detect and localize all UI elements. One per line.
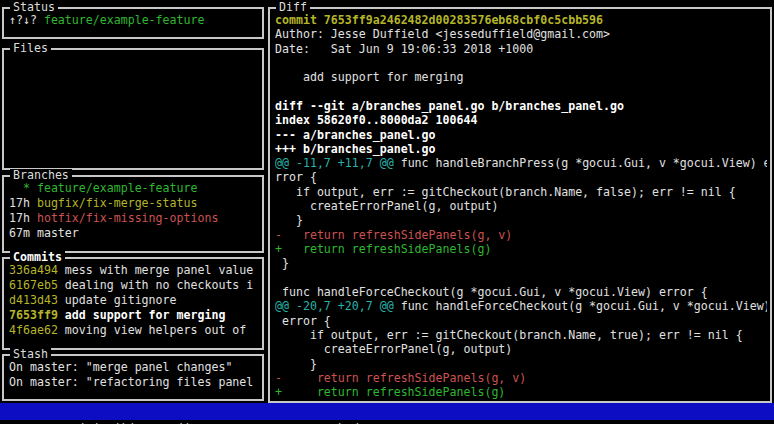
diff-line	[275, 56, 767, 70]
diff-line: createErrorPanel(g, output)	[275, 342, 767, 356]
commit-message: dealing with no checkouts i	[65, 278, 253, 292]
diff-line: diff --git a/branches_panel.go b/branche…	[275, 99, 767, 113]
hunk-context: func handleForceCheckout(g *gocui.Gui, v…	[394, 299, 767, 313]
diff-context: func handleForceCheckout(g *gocui.Gui, v…	[275, 285, 708, 299]
diff-line: add support for merging	[275, 70, 767, 84]
files-panel[interactable]: Files	[2, 48, 264, 170]
branch-item[interactable]: 17h hotfix/fix-missing-options	[9, 211, 259, 226]
status-lines: ↑?↓? feature/example-feature	[9, 13, 259, 28]
status-panel[interactable]: Status ↑?↓? feature/example-feature	[2, 7, 264, 39]
diff-file-header: diff --git a/branches_panel.go b/branche…	[275, 99, 624, 113]
diff-line: createErrorPanel(g, output)	[275, 199, 767, 213]
diff-line: + return refreshSidePanels(g)	[275, 242, 767, 256]
hunk-context: func handleBranchPress(g *gocui.Gui, v *…	[394, 156, 767, 170]
branch-item[interactable]: 67m master	[9, 226, 259, 241]
branch-recency: 67m	[9, 226, 37, 240]
stash-item[interactable]: On master: "merge panel changes"	[9, 360, 259, 375]
commit-message: moving view helpers out of	[65, 323, 246, 337]
diff-added-line: + return refreshSidePanels(g)	[275, 242, 491, 256]
diff-line: index 58620f0..8000da2 100644	[275, 113, 767, 127]
commit-item[interactable]: 6167eb5 dealing with no checkouts i	[9, 278, 259, 293]
commit-item[interactable]: 4f6ae62 moving view helpers out of	[9, 323, 259, 338]
side-panels-column: Status ↑?↓? feature/example-feature File…	[2, 0, 264, 401]
diff-line: + return refreshSidePanels(g)	[275, 385, 767, 399]
commits-panel-title: Commits	[10, 251, 65, 264]
commit-message: update gitignore	[65, 293, 177, 307]
diff-line: @@ -11,7 +11,7 @@ func handleBranchPress…	[275, 156, 767, 170]
current-branch-marker: *	[9, 181, 37, 195]
branches-list: * feature/example-feature17h bugfix/fix-…	[9, 181, 259, 241]
diff-new-file: +++ b/branches_panel.go	[275, 142, 436, 156]
status-line: ↑?↓? feature/example-feature	[9, 13, 259, 28]
commit-hash: 6167eb5	[9, 278, 65, 292]
branch-item[interactable]: * feature/example-feature	[9, 181, 259, 196]
branch-name: feature/example-feature	[37, 181, 198, 195]
commit-header: commit 7653ff9a2462482d00283576eb68cbf0c…	[275, 13, 603, 27]
stash-entry: On master: "merge panel changes"	[9, 360, 232, 374]
branch-name: hotfix/fix-missing-options	[37, 211, 218, 225]
diff-panel[interactable]: Diff commit 7653ff9a2462482d00283576eb68…	[268, 7, 772, 403]
diff-context: }	[275, 213, 303, 227]
current-branch-name: feature/example-feature	[44, 13, 205, 27]
diff-line: if output, err := gitCheckout(branch.Nam…	[275, 328, 767, 342]
commit-subject: add support for merging	[275, 70, 463, 84]
diff-line: Author: Jesse Duffield <jesseduffield@gm…	[275, 27, 767, 41]
commit-message: add support for merging	[65, 308, 226, 322]
diff-context: createErrorPanel(g, output)	[275, 199, 498, 213]
diff-line: }	[275, 256, 767, 270]
diff-index-line: index 58620f0..8000da2 100644	[275, 113, 477, 127]
diff-line: func handleForceCheckout(g *gocui.Gui, v…	[275, 285, 767, 299]
branches-panel-title: Branches	[10, 169, 72, 182]
diff-context: error {	[275, 314, 331, 328]
diff-line: - return refreshSidePanels(g, v)	[275, 228, 767, 242]
diff-removed-line: - return refreshSidePanels(g, v)	[275, 371, 526, 385]
diff-line: rror {	[275, 170, 767, 184]
diff-line	[275, 85, 767, 99]
diff-removed-line: - return refreshSidePanels(g, v)	[275, 228, 512, 242]
diff-line: }	[275, 213, 767, 227]
diff-panel-title: Diff	[276, 1, 310, 14]
branch-recency: 17h	[9, 211, 37, 225]
options-bar: g: reset to this commit, r: rename, s: s…	[0, 403, 774, 420]
diff-line: +++ b/branches_panel.go	[275, 142, 767, 156]
diff-line: Date: Sat Jun 9 19:06:33 2018 +1000	[275, 42, 767, 56]
diff-old-file: --- a/branches_panel.go	[275, 128, 436, 142]
branch-item[interactable]: 17h bugfix/fix-merge-status	[9, 196, 259, 211]
diff-line: commit 7653ff9a2462482d00283576eb68cbf0c…	[275, 13, 767, 27]
diff-line: --- a/branches_panel.go	[275, 128, 767, 142]
commit-hash: 336a494	[9, 263, 65, 277]
main-panel-column: Diff commit 7653ff9a2462482d00283576eb68…	[268, 0, 772, 401]
diff-line: - return refreshSidePanels(g, v)	[275, 371, 767, 385]
commit-hash: 7653ff9	[9, 308, 65, 322]
commit-hash: d413d43	[9, 293, 65, 307]
hunk-header: @@ -11,7 +11,7 @@	[275, 156, 394, 170]
diff-added-line: + return refreshSidePanels(g)	[275, 385, 505, 399]
stash-entry: On master: "refactoring files panel	[9, 375, 253, 389]
commit-item[interactable]: d413d43 update gitignore	[9, 293, 259, 308]
author-line: Author: Jesse Duffield <jesseduffield@gm…	[275, 27, 610, 41]
commit-hash: 4f6ae62	[9, 323, 65, 337]
diff-content: commit 7653ff9a2462482d00283576eb68cbf0c…	[275, 13, 767, 399]
commits-list: 336a494 mess with merge panel value6167e…	[9, 263, 259, 338]
commit-item[interactable]: 7653ff9 add support for merging	[9, 308, 259, 323]
date-line: Date: Sat Jun 9 19:06:33 2018 +1000	[275, 42, 533, 56]
commits-panel[interactable]: Commits 336a494 mess with merge panel va…	[2, 257, 264, 350]
diff-context: if output, err := gitCheckout(branch.Nam…	[275, 185, 736, 199]
diff-context: rror {	[275, 170, 317, 184]
ahead-behind-indicator: ↑?↓?	[9, 13, 44, 27]
commit-item[interactable]: 336a494 mess with merge panel value	[9, 263, 259, 278]
diff-context: if output, err := gitCheckout(branch.Nam…	[275, 328, 743, 342]
main-columns: Status ↑?↓? feature/example-feature File…	[0, 0, 774, 401]
stash-item[interactable]: On master: "refactoring files panel	[9, 375, 259, 390]
branches-panel[interactable]: Branches * feature/example-feature17h bu…	[2, 175, 264, 253]
diff-context: }	[275, 357, 317, 371]
hunk-header: @@ -20,7 +20,7 @@	[275, 299, 394, 313]
diff-line	[275, 271, 767, 285]
lazygit-terminal: Status ↑?↓? feature/example-feature File…	[0, 0, 774, 424]
branch-recency: 17h	[9, 196, 37, 210]
diff-context: }	[275, 256, 289, 270]
stash-panel[interactable]: Stash On master: "merge panel changes"On…	[2, 354, 264, 401]
stash-list: On master: "merge panel changes"On maste…	[9, 360, 259, 390]
diff-line: }	[275, 357, 767, 371]
files-panel-title: Files	[10, 42, 51, 55]
